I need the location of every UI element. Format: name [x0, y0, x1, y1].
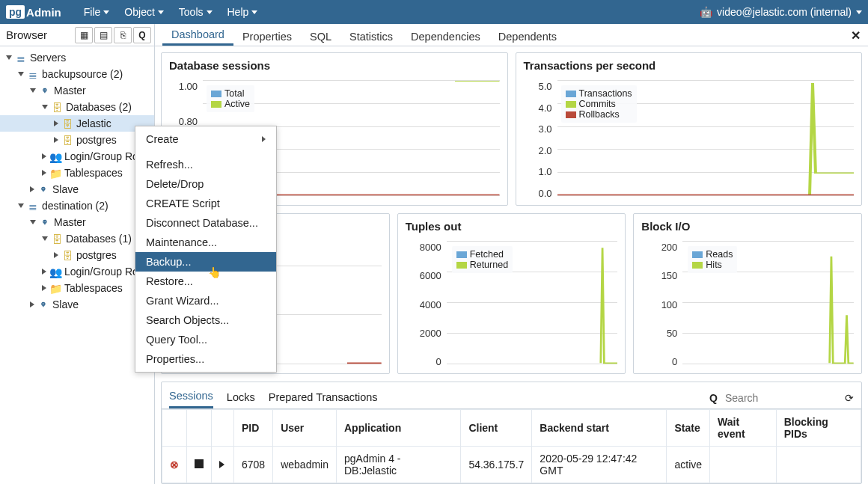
ctx-delete[interactable]: Delete/Drop	[135, 174, 276, 194]
browser-tool-2[interactable]: ▤	[94, 27, 112, 43]
database-group-icon: 🗄	[51, 233, 63, 244]
object-tree: ≣Servers ≣backupsource (2) ᵠMaster 🗄Data…	[0, 46, 155, 484]
ctx-properties[interactable]: Properties...	[135, 349, 276, 369]
content-tabs: Dashboard Properties SQL Statistics Depe…	[155, 24, 868, 46]
table-header-row: PID User Application Client Backend star…	[162, 410, 861, 447]
y-axis: 200 150 100 50 0	[640, 242, 677, 367]
panel-title: Tuples out	[398, 214, 626, 239]
database-icon: 🗄	[61, 118, 73, 129]
browser-panel-header: Browser ▦ ▤ ⎘ Q	[0, 24, 155, 46]
cell-client: 54.36.175.7	[461, 447, 532, 483]
ctx-disconnect[interactable]: Disconnect Database...	[135, 213, 276, 233]
postgres-icon: ᵠ	[37, 299, 49, 310]
roles-icon: 👥	[49, 266, 61, 277]
panel-tuples-out: Tuples out 8000 6000 4000 2000 0	[397, 213, 626, 374]
tree-tablespaces-2[interactable]: 📁Tablespaces	[0, 280, 154, 296]
cell-user: webadmin	[273, 447, 337, 483]
ctx-restore[interactable]: Restore...	[135, 272, 276, 291]
ctx-refresh[interactable]: Refresh...	[135, 155, 276, 174]
menu-help[interactable]: Help	[220, 6, 266, 18]
chevron-right-icon	[262, 136, 266, 142]
stop-icon[interactable]	[195, 459, 204, 468]
tab-dashboard[interactable]: Dashboard	[162, 24, 233, 46]
play-icon[interactable]	[219, 461, 224, 468]
panel-title: Transactions per second	[516, 53, 862, 78]
table-row[interactable]: ⊗ 6708 webadmin pgAdmin 4 - DB:Jelastic …	[162, 447, 861, 483]
y-axis: 8000 6000 4000 2000 0	[404, 242, 441, 367]
menu-file[interactable]: File	[76, 6, 117, 18]
legend: Transactions Commits Rollbacks	[561, 85, 637, 123]
tab-dependents[interactable]: Dependents	[489, 26, 566, 46]
tab-sql[interactable]: SQL	[301, 26, 340, 46]
tree-databases-1[interactable]: 🗄Databases (1)	[0, 230, 154, 247]
cell-backend-start: 2020-05-29 12:47:42 GMT	[532, 447, 667, 483]
tab-statistics[interactable]: Statistics	[340, 26, 402, 46]
cursor-pointer-icon: 👆	[208, 266, 221, 278]
ctx-query-tool[interactable]: Query Tool...	[135, 330, 276, 349]
sessions-table: PID User Application Client Backend star…	[162, 409, 861, 483]
activity-tab-locks[interactable]: Locks	[227, 388, 255, 408]
tree-master-1[interactable]: ᵠMaster	[0, 82, 154, 99]
cancel-icon[interactable]: ⊗	[170, 459, 179, 471]
legend: Total Active	[207, 85, 254, 112]
refresh-icon[interactable]: ⟳	[845, 392, 854, 404]
ctx-backup[interactable]: Backup...	[135, 252, 276, 272]
ctx-maintenance[interactable]: Maintenance...	[135, 233, 276, 252]
cell-state: active	[667, 447, 710, 483]
activity-search-input[interactable]	[725, 392, 837, 404]
chevron-down-icon	[158, 10, 164, 14]
tree-databases-2[interactable]: 🗄Databases (2)	[0, 99, 154, 115]
ctx-search-objects[interactable]: Search Objects...	[135, 310, 276, 330]
panel-title: Block I/O	[634, 214, 861, 239]
activity-tab-prepared[interactable]: Prepared Transactions	[269, 388, 378, 408]
panel-transactions: Transactions per second 5.0 4.0 3.0 2.0 …	[516, 52, 863, 206]
tree-db-postgres-1[interactable]: 🗄postgres	[0, 132, 154, 148]
tree-servers[interactable]: ≣Servers	[0, 49, 154, 66]
chevron-down-icon	[103, 10, 109, 14]
search-icon[interactable]: Q	[709, 392, 718, 404]
legend: Fetched Returned	[452, 246, 513, 273]
user-label: video@jelastic.com (internal)	[717, 6, 852, 18]
tree-db-jelastic[interactable]: 🗄Jelastic	[0, 115, 154, 132]
database-icon: 🗄	[61, 135, 73, 145]
tree-login-roles-1[interactable]: 👥Login/Group Roles	[0, 148, 154, 165]
database-icon: 🗄	[61, 250, 73, 260]
activity-tab-sessions[interactable]: Sessions	[169, 387, 213, 408]
tab-dependencies[interactable]: Dependencies	[402, 26, 489, 46]
tab-properties[interactable]: Properties	[233, 26, 301, 46]
logo-admin: Admin	[26, 6, 61, 19]
ctx-create[interactable]: Create	[135, 129, 276, 149]
browser-tool-1[interactable]: ▦	[75, 27, 93, 43]
panel-server-activity: Sessions Locks Prepared Transactions Q ⟳…	[161, 382, 862, 484]
tree-slave-1[interactable]: ᵠSlave	[0, 181, 154, 197]
postgres-icon: ᵠ	[37, 184, 49, 194]
user-menu[interactable]: 🤖 video@jelastic.com (internal)	[700, 6, 862, 18]
postgres-icon: ᵠ	[39, 85, 51, 96]
server-icon: ≣	[27, 200, 39, 211]
tree-master-2[interactable]: ᵠMaster	[0, 214, 154, 230]
browser-tool-3[interactable]: ⎘	[114, 27, 132, 43]
menu-object[interactable]: Object	[117, 6, 171, 18]
server-group-icon: ≣	[15, 52, 27, 63]
close-icon[interactable]: ✕	[851, 28, 861, 43]
tree-login-roles-2[interactable]: 👥Login/Group Roles	[0, 263, 154, 280]
tree-backupsource[interactable]: ≣backupsource (2)	[0, 66, 154, 82]
y-axis: 5.0 4.0 3.0 2.0 1.0 0.0	[522, 81, 552, 199]
postgres-icon: ᵠ	[39, 217, 51, 227]
tablespace-icon: 📁	[49, 283, 61, 293]
server-icon: ≣	[27, 69, 39, 79]
panel-block-io: Block I/O 200 150 100 50 0	[633, 213, 862, 374]
tree-db-postgres-2[interactable]: 🗄postgres	[0, 247, 154, 263]
search-icon[interactable]: Q	[133, 27, 151, 43]
ctx-grant-wizard[interactable]: Grant Wizard...	[135, 291, 276, 310]
tree-destination[interactable]: ≣destination (2)	[0, 197, 154, 214]
tree-slave-2[interactable]: ᵠSlave	[0, 296, 154, 313]
cell-application: pgAdmin 4 - DB:Jelastic	[336, 447, 460, 483]
ctx-create-script[interactable]: CREATE Script	[135, 194, 276, 213]
cell-blocking	[776, 447, 861, 483]
database-group-icon: 🗄	[51, 102, 63, 112]
secondary-bar: Browser ▦ ▤ ⎘ Q Dashboard Properties SQL…	[0, 24, 868, 46]
tree-tablespaces-1[interactable]: 📁Tablespaces	[0, 165, 154, 181]
menu-tools[interactable]: Tools	[171, 6, 220, 18]
panel-title: Database sessions	[162, 53, 507, 78]
